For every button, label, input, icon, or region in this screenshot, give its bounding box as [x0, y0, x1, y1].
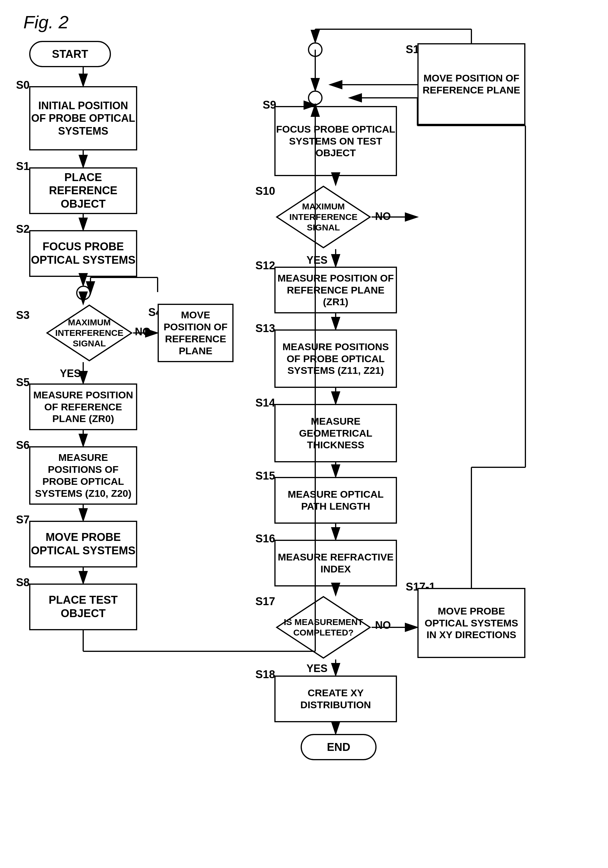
s10-no-label: NO	[375, 210, 391, 223]
s17-1-box: MOVE PROBE OPTICAL SYSTEMS IN XY DIRECTI…	[418, 588, 525, 658]
end-node: END	[301, 734, 376, 760]
s11-box: MOVE POSITION OF REFERENCE PLANE	[418, 43, 525, 125]
s10-label: S10	[255, 185, 275, 197]
s16-box: MEASURE REFRACTIVE INDEX	[274, 540, 397, 586]
s10-yes-label: YES	[306, 254, 328, 267]
s1-box: PLACE REFERENCE OBJECT	[29, 167, 137, 214]
s6-label: S6	[16, 439, 29, 451]
s17-label: S17	[255, 595, 275, 608]
junction-circle-1	[76, 286, 91, 300]
s4-box: MOVE POSITION OF REFERENCE PLANE	[158, 304, 234, 362]
s7-label: S7	[16, 513, 29, 526]
s16-label: S16	[255, 532, 275, 545]
start-node: START	[29, 41, 111, 67]
s13-label: S13	[255, 322, 275, 335]
junction-circle-top	[308, 42, 323, 57]
s15-box: MEASURE OPTICAL PATH LENGTH	[274, 477, 397, 524]
s0-box: INITIAL POSITION OF PROBE OPTICAL SYSTEM…	[29, 86, 137, 150]
s8-box: PLACE TEST OBJECT	[29, 584, 137, 630]
s14-box: MEASURE GEOMETRICAL THICKNESS	[274, 404, 397, 462]
s17-yes-label: YES	[306, 662, 328, 675]
s17-diamond: IS MEASUREMENT COMPLETED?	[275, 595, 371, 659]
s10-diamond: MAXIMUM INTERFERENCE SIGNAL	[275, 185, 371, 249]
s2-label: S2	[16, 223, 29, 236]
s2-box: FOCUS PROBE OPTICAL SYSTEMS	[29, 230, 137, 277]
junction-circle-mid	[308, 90, 323, 105]
s12-box: MEASURE POSITION OF REFERENCE PLANE (ZR1…	[274, 267, 397, 313]
s3-no-label: NO	[135, 326, 151, 338]
s18-box: CREATE XY DISTRIBUTION	[274, 676, 397, 722]
s17-no-label: NO	[375, 619, 391, 631]
s6-box: MEASURE POSITIONS OF PROBE OPTICAL SYSTE…	[29, 446, 137, 505]
figure-title: Fig. 2	[23, 12, 69, 33]
s5-label: S5	[16, 376, 29, 389]
s3-label: S3	[16, 309, 29, 322]
s0-label: S0	[16, 79, 29, 91]
s13-box: MEASURE POSITIONS OF PROBE OPTICAL SYSTE…	[274, 329, 397, 388]
s1-label: S1	[16, 160, 29, 173]
diagram-container: Fig. 2 START S0 INITIAL POSITION OF PROB…	[0, 0, 608, 868]
s9-box: FOCUS PROBE OPTICAL SYSTEMS ON TEST OBJE…	[274, 106, 397, 176]
s7-box: MOVE PROBE OPTICAL SYSTEMS	[29, 521, 137, 567]
s12-label: S12	[255, 259, 275, 272]
s15-label: S15	[255, 470, 275, 482]
s3-diamond: MAXIMUM INTERFERENCE SIGNAL	[46, 304, 133, 362]
s5-box: MEASURE POSITION OF REFERENCE PLANE (ZR0…	[29, 383, 137, 430]
s14-label: S14	[255, 397, 275, 409]
s18-label: S18	[255, 668, 275, 681]
s8-label: S8	[16, 576, 29, 589]
s3-yes-label: YES	[60, 367, 81, 380]
